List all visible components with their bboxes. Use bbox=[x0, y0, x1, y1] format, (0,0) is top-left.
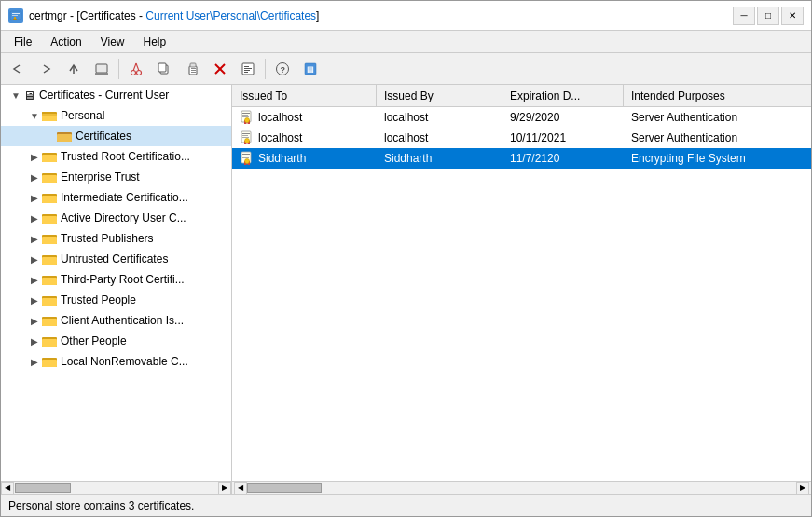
right-hscroll-thumb[interactable] bbox=[247, 483, 322, 493]
cell-expiry-3: 11/7/2120 bbox=[502, 152, 624, 165]
forward-button[interactable] bbox=[33, 57, 59, 81]
menu-file[interactable]: File bbox=[5, 33, 41, 51]
sidebar-item-label-certificates: Certificates bbox=[76, 129, 131, 143]
sidebar-scroll-left[interactable]: ◀ bbox=[1, 482, 14, 495]
svg-rect-48 bbox=[42, 257, 57, 265]
menu-help[interactable]: Help bbox=[134, 33, 176, 51]
sidebar: ▼ 🖥 Certificates - Current User ▼ Person… bbox=[1, 85, 231, 481]
sidebar-item-untrusted[interactable]: ▶ Untrusted Certificates bbox=[1, 249, 231, 269]
cell-expiry-2: 10/11/2021 bbox=[502, 131, 624, 144]
folder-icon-personal bbox=[42, 109, 57, 122]
sidebar-item-trusted-publishers[interactable]: ▶ Trusted Publishers bbox=[1, 228, 231, 249]
cert-icon-2 bbox=[240, 130, 255, 145]
sidebar-item-other-people[interactable]: ▶ Other People bbox=[1, 331, 231, 351]
svg-rect-16 bbox=[190, 63, 196, 67]
up-button[interactable] bbox=[61, 57, 87, 81]
svg-rect-58 bbox=[42, 360, 57, 367]
close-button[interactable]: ✕ bbox=[781, 7, 804, 25]
sidebar-container: ▼ 🖥 Certificates - Current User ▼ Person… bbox=[1, 85, 232, 494]
back-button[interactable] bbox=[5, 57, 31, 81]
right-scroll-left[interactable]: ◀ bbox=[234, 482, 247, 495]
svg-rect-19 bbox=[191, 72, 196, 73]
sidebar-item-intermediate[interactable]: ▶ Intermediate Certificatio... bbox=[1, 187, 231, 208]
sidebar-item-label-tp: Trusted Publishers bbox=[61, 232, 154, 245]
toolbar-separator-2 bbox=[265, 59, 266, 79]
svg-rect-1 bbox=[12, 13, 20, 14]
sidebar-item-local-nonremovable[interactable]: ▶ Local NonRemovable C... bbox=[1, 351, 231, 372]
folder-icon-ad bbox=[42, 211, 57, 224]
sidebar-item-label-intermediate: Intermediate Certificatio... bbox=[61, 191, 188, 204]
table-row[interactable]: localhost localhost 10/11/2021 Server Au… bbox=[232, 128, 811, 148]
table-row[interactable]: Siddharth Siddharth 11/7/2120 Encrypting… bbox=[232, 148, 811, 169]
svg-point-10 bbox=[137, 70, 142, 75]
svg-rect-46 bbox=[42, 237, 57, 244]
table-row[interactable]: localhost localhost 9/29/2020 Server Aut… bbox=[232, 107, 811, 128]
folder-icon-client-auth bbox=[42, 314, 57, 327]
maximize-button[interactable]: □ bbox=[757, 7, 779, 25]
svg-text:▤: ▤ bbox=[307, 65, 314, 74]
svg-rect-32 bbox=[42, 112, 48, 114]
svg-rect-62 bbox=[242, 116, 249, 117]
expand-icon-local: ▶ bbox=[27, 357, 42, 367]
col-header-expiry[interactable]: Expiration D... bbox=[502, 85, 624, 106]
cell-expiry-1: 9/29/2020 bbox=[502, 111, 624, 124]
col-header-purpose[interactable]: Intended Purposes bbox=[624, 85, 811, 106]
expand-icon-third-party: ▶ bbox=[27, 275, 42, 285]
console-button[interactable] bbox=[89, 57, 115, 81]
col-label-issued-to: Issued To bbox=[240, 89, 287, 102]
sidebar-item-label-trusted-people: Trusted People bbox=[61, 293, 136, 306]
svg-line-12 bbox=[136, 63, 139, 71]
sidebar-item-client-auth[interactable]: ▶ Client Authentication Is... bbox=[1, 310, 231, 331]
expand-icon-tp: ▶ bbox=[27, 234, 42, 244]
sidebar-item-certificates[interactable]: Certificates bbox=[1, 126, 231, 146]
folder-icon-intermediate bbox=[42, 191, 57, 204]
computer-icon: 🖥 bbox=[23, 88, 35, 102]
right-scroll-right[interactable]: ▶ bbox=[796, 482, 809, 495]
right-hscroll-area: ◀ ▶ bbox=[232, 481, 811, 494]
sidebar-item-trusted-root[interactable]: ▶ Trusted Root Certificatio... bbox=[1, 146, 231, 167]
sidebar-item-label-untrusted: Untrusted Certificates bbox=[61, 252, 168, 265]
copy-button[interactable] bbox=[151, 57, 177, 81]
cut-button[interactable] bbox=[123, 57, 149, 81]
expand-icon-root: ▼ bbox=[8, 90, 23, 101]
menu-action[interactable]: Action bbox=[41, 33, 90, 51]
sidebar-item-active-directory[interactable]: ▶ Active Directory User C... bbox=[1, 208, 231, 228]
svg-point-79 bbox=[245, 158, 250, 163]
cell-text-issued-to-2: localhost bbox=[258, 131, 302, 144]
svg-rect-18 bbox=[191, 70, 196, 71]
sidebar-scroll-right[interactable]: ▶ bbox=[218, 482, 231, 495]
svg-rect-17 bbox=[191, 68, 196, 69]
export-button[interactable]: ▤ bbox=[297, 57, 323, 81]
expand-icon-untrusted: ▶ bbox=[27, 254, 42, 265]
svg-rect-38 bbox=[42, 155, 57, 162]
col-header-issued-by[interactable]: Issued By bbox=[377, 85, 502, 106]
expand-icon-ad: ▶ bbox=[27, 213, 42, 224]
menu-view[interactable]: View bbox=[91, 33, 134, 51]
sidebar-item-personal[interactable]: ▼ Personal bbox=[1, 105, 231, 126]
sidebar-item-enterprise-trust[interactable]: ▶ Enterprise Trust bbox=[1, 167, 231, 187]
col-header-issued-to[interactable]: Issued To bbox=[232, 85, 377, 106]
toolbar-separator-1 bbox=[118, 59, 119, 79]
minimize-button[interactable]: ─ bbox=[733, 7, 755, 25]
delete-button[interactable] bbox=[207, 57, 233, 81]
main-content: ▼ 🖥 Certificates - Current User ▼ Person… bbox=[1, 85, 811, 494]
svg-rect-40 bbox=[42, 175, 57, 183]
sidebar-item-third-party[interactable]: ▶ Third-Party Root Certifi... bbox=[1, 269, 231, 290]
folder-icon-local bbox=[42, 355, 57, 368]
sidebar-item-root[interactable]: ▼ 🖥 Certificates - Current User bbox=[1, 85, 231, 105]
cell-purpose-3: Encrypting File System bbox=[624, 152, 811, 165]
properties-button[interactable] bbox=[235, 57, 261, 81]
svg-rect-7 bbox=[97, 65, 106, 72]
svg-rect-76 bbox=[242, 157, 249, 158]
help-button[interactable]: ? bbox=[269, 57, 296, 81]
col-label-purpose: Intended Purposes bbox=[631, 89, 725, 102]
sidebar-hscroll-thumb[interactable] bbox=[15, 483, 71, 493]
expand-icon-client-auth: ▶ bbox=[27, 316, 42, 326]
expand-icon-other-people: ▶ bbox=[27, 336, 42, 347]
sidebar-hscroll: ◀ ▶ bbox=[1, 481, 231, 494]
svg-rect-34 bbox=[42, 114, 57, 116]
svg-rect-75 bbox=[242, 156, 248, 156]
paste-button[interactable] bbox=[179, 57, 205, 81]
sidebar-item-trusted-people[interactable]: ▶ Trusted People bbox=[1, 290, 231, 310]
svg-rect-14 bbox=[158, 63, 166, 72]
